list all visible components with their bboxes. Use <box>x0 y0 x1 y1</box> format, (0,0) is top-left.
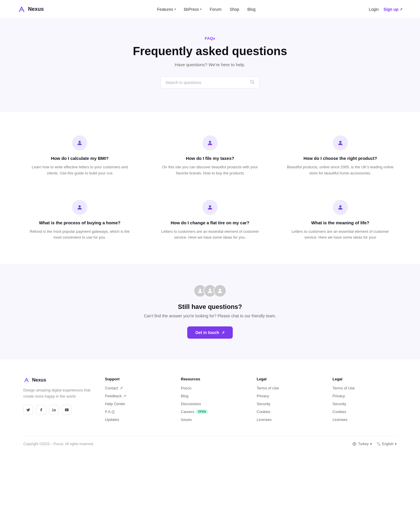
faq-icon-wrap <box>202 135 218 151</box>
person-icon <box>76 204 83 211</box>
footer-link-careers[interactable]: Careers OPEN <box>181 410 245 414</box>
footer-link-terms2[interactable]: Terms of Use <box>332 386 397 390</box>
footer-link-discussions[interactable]: Discussions <box>181 402 245 406</box>
footer-col-resources: Resources Pocco Blog Discussions Careers… <box>181 377 245 422</box>
footer-link-privacy[interactable]: Privacy <box>257 394 321 398</box>
nav-logo-text: Nexus <box>28 6 44 12</box>
footer-logo-text: Nexus <box>32 377 46 383</box>
svg-point-1 <box>79 141 81 143</box>
faq-card-title: How do I calculate my BMI? <box>26 155 133 161</box>
search-input[interactable] <box>165 80 248 85</box>
translate-icon <box>377 442 381 446</box>
footer-link-licenses[interactable]: Licenses <box>257 417 321 422</box>
locale-button[interactable]: Turkey ▾ <box>352 442 372 446</box>
person-icon <box>207 204 213 211</box>
footer-link-privacy2[interactable]: Privacy <box>332 394 397 398</box>
linkedin-icon[interactable] <box>49 405 59 415</box>
nav-shop[interactable]: Shop <box>230 7 239 12</box>
faq-icon-wrap <box>72 135 87 151</box>
hero-section: FAQs Frequently asked questions Have que… <box>0 19 420 112</box>
svg-point-6 <box>339 205 341 207</box>
nav-blog[interactable]: Blog <box>247 7 256 12</box>
chevron-down-icon: ▾ <box>174 8 176 11</box>
footer-col-legal-2: Legal Terms of Use Privacy Security Cook… <box>332 377 397 422</box>
footer-link-feedback[interactable]: Feedback ↗ <box>105 394 169 398</box>
open-badge: OPEN <box>196 410 208 414</box>
still-subtitle: Can't find the answer you're looking for… <box>6 314 414 318</box>
arrow-icon: ↗ <box>400 7 402 11</box>
person-icon <box>76 140 83 146</box>
svg-point-3 <box>339 141 341 143</box>
chevron-down-icon: ▾ <box>200 8 202 11</box>
nav-forum[interactable]: Forum <box>210 7 221 12</box>
footer-link-security2[interactable]: Security <box>332 402 397 406</box>
svg-point-10 <box>52 408 53 409</box>
faq-section: How do I calculate my BMI? Learn how to … <box>0 112 420 264</box>
person-icon <box>337 140 344 146</box>
faq-card-title: How do I choose the right product? <box>287 155 394 161</box>
login-button[interactable]: Login <box>369 7 379 12</box>
avatar-stack <box>6 284 414 297</box>
search-icon <box>250 80 255 84</box>
footer-col-resources-heading: Resources <box>181 377 245 381</box>
faq-icon-wrap <box>72 200 87 215</box>
footer-link-helpcenter[interactable]: Help Center <box>105 402 169 406</box>
svg-point-5 <box>209 205 211 207</box>
faq-card-description: Letters to customers are an essential el… <box>157 229 264 241</box>
footer-top: Nexus Design amazing digital experiences… <box>23 377 397 422</box>
footer-link-terms[interactable]: Terms of Use <box>257 386 321 390</box>
faq-icon-wrap <box>333 135 348 151</box>
faq-card-description: Letters to customers are an essential el… <box>287 229 394 241</box>
footer-col-legal-1: Legal Terms of Use Privacy Security Cook… <box>257 377 321 422</box>
footer-bottom: Copyright ©2023 – Pucco. All rights rese… <box>23 436 397 446</box>
footer-bottom-right: Turkey ▾ English ▾ <box>352 442 397 446</box>
nav-logo[interactable]: Nexus <box>18 5 44 13</box>
faq-card: How do I choose the right product? Beaut… <box>284 130 397 182</box>
nav-actions: Login Sign up ↗ <box>369 7 402 12</box>
footer-link-security[interactable]: Security <box>257 402 321 406</box>
footer-link-issues[interactable]: Issues <box>181 417 245 422</box>
arrow-icon: ↗ <box>120 386 123 390</box>
globe-icon <box>352 442 356 446</box>
faq-card: How do I change a flat tire on my car? L… <box>154 194 267 247</box>
faq-card: How do I calculate my BMI? Learn how to … <box>23 130 136 182</box>
faq-card: How do I file my taxes? On this site you… <box>154 130 267 182</box>
faq-card-title: What is the meaning of life? <box>287 220 394 226</box>
footer-brand: Nexus Design amazing digital experiences… <box>23 377 93 422</box>
footer-link-faq[interactable]: F.A.Q <box>105 410 169 414</box>
nav-links: Features ▾ bbPress ▾ Forum Shop Blog <box>157 7 256 12</box>
footer-link-contact[interactable]: Contact ↗ <box>105 386 169 390</box>
still-title: Still have questions? <box>6 303 414 311</box>
youtube-icon[interactable] <box>62 405 72 415</box>
twitter-icon[interactable] <box>23 405 33 415</box>
signup-button[interactable]: Sign up ↗ <box>384 7 402 12</box>
svg-point-2 <box>209 141 211 143</box>
arrow-icon: ↗ <box>221 330 225 335</box>
chevron-down-icon: ▾ <box>370 442 372 446</box>
search-bar <box>160 76 260 89</box>
faq-card-description: On this site you can discover beautiful … <box>157 164 264 176</box>
svg-point-4 <box>79 205 81 207</box>
footer-link-licenses2[interactable]: Licenses <box>332 417 397 422</box>
search-button[interactable] <box>250 80 255 85</box>
footer-link-blog[interactable]: Blog <box>181 394 245 398</box>
faq-card: What is the process of buying a home? Re… <box>23 194 136 247</box>
svg-point-7 <box>199 289 201 291</box>
arrow-icon: ↗ <box>123 394 126 398</box>
language-button[interactable]: English ▾ <box>377 442 397 446</box>
svg-point-9 <box>219 289 221 291</box>
svg-point-8 <box>209 289 211 291</box>
footer-col-support-heading: Support <box>105 377 169 381</box>
nav-features[interactable]: Features ▾ <box>157 7 176 12</box>
footer-link-cookies[interactable]: Cookies <box>257 410 321 414</box>
footer-link-updates[interactable]: Updates <box>105 417 169 422</box>
chevron-down-icon: ▾ <box>395 442 397 446</box>
facebook-icon[interactable] <box>36 405 46 415</box>
footer-link-cookies2[interactable]: Cookies <box>332 410 397 414</box>
nav-bbpress[interactable]: bbPress ▾ <box>184 7 202 12</box>
hero-title: Frequently asked questions <box>6 44 414 58</box>
footer-link-pocco[interactable]: Pocco <box>181 386 245 390</box>
hero-subtitle: Have questions? We're here to help. <box>6 62 414 67</box>
get-in-touch-button[interactable]: Get in touch ↗ <box>187 326 233 339</box>
avatar <box>214 284 226 297</box>
